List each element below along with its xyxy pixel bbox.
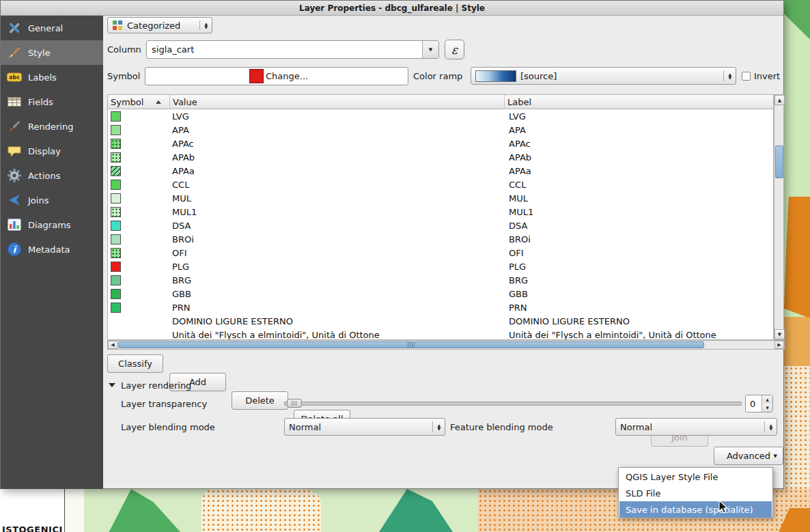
class-value[interactable]: OFI [170, 248, 507, 258]
horizontal-scroll-thumb[interactable] [118, 341, 704, 348]
table-row[interactable]: LVG LVG [108, 109, 773, 123]
transparency-slider-handle[interactable] [287, 399, 302, 408]
class-symbol-swatch[interactable] [111, 289, 121, 299]
menu-item-save-in-database-spatialite[interactable]: Save in database (spatialite) [619, 501, 772, 518]
class-value[interactable]: APAa [170, 166, 507, 176]
transparency-slider-track[interactable] [284, 402, 742, 406]
menu-item-sld-file[interactable]: SLD File [619, 485, 772, 501]
sidebar-item-actions[interactable]: Actions [1, 163, 103, 188]
scroll-left-button[interactable]: ◀ [108, 341, 117, 349]
class-value[interactable]: PLG [170, 262, 507, 272]
class-symbol-swatch[interactable] [111, 152, 121, 163]
class-label[interactable]: MUL [507, 193, 773, 204]
table-row[interactable]: CCL CCL [108, 178, 773, 191]
col-header-value[interactable]: Value [170, 95, 505, 109]
sidebar-item-general[interactable]: General [1, 16, 103, 40]
class-label[interactable]: Unità dei "Flysch a elmintoidi", Unità d… [507, 330, 773, 340]
class-symbol-swatch[interactable] [111, 275, 121, 285]
class-label[interactable]: PLG [507, 262, 773, 272]
class-symbol-swatch[interactable] [111, 221, 121, 231]
class-label[interactable]: PRN [507, 303, 773, 313]
table-row[interactable]: DSA DSA [108, 219, 773, 232]
table-row[interactable]: BROi BROi [108, 232, 773, 246]
table-row[interactable]: APAb APAb [108, 150, 773, 164]
class-label[interactable]: OFI [507, 248, 773, 258]
class-symbol-swatch[interactable] [111, 193, 121, 204]
transparency-spinbox[interactable]: 0 ▲▼ [745, 395, 773, 412]
sidebar-item-joins[interactable]: Joins [1, 188, 103, 212]
class-symbol-swatch[interactable] [111, 125, 121, 135]
col-header-label[interactable]: Label [505, 95, 773, 109]
class-symbol-swatch[interactable] [111, 234, 121, 244]
table-horizontal-scrollbar[interactable]: ◀ ▶ [107, 340, 785, 350]
class-symbol-swatch[interactable] [111, 248, 121, 258]
class-value[interactable]: Unità dei "Flysch a elmintoidi", Unità d… [170, 330, 507, 340]
table-row[interactable]: DOMINIO LIGURE ESTERNO DOMINIO LIGURE ES… [108, 314, 773, 328]
class-symbol-swatch[interactable] [111, 262, 121, 272]
renderer-type-select[interactable]: Categorized ▲▼ [107, 17, 212, 33]
table-row[interactable]: PRN PRN [108, 300, 773, 314]
classify-button[interactable]: Classify [107, 354, 163, 373]
expression-button[interactable]: ε [445, 40, 464, 59]
advanced-button[interactable]: Advanced ▼ [714, 447, 783, 465]
class-value[interactable]: CCL [170, 180, 507, 190]
classes-table-body[interactable]: LVG LVG APA APA APAc APAc [107, 109, 774, 340]
class-value[interactable]: MUL1 [170, 207, 507, 217]
class-symbol-swatch[interactable] [111, 207, 121, 217]
class-label[interactable]: BROi [507, 234, 773, 244]
class-value[interactable]: BRG [170, 275, 507, 285]
class-label[interactable]: CCL [507, 180, 773, 190]
vertical-scroll-thumb[interactable] [775, 145, 783, 178]
table-row[interactable]: MUL MUL [108, 191, 773, 205]
feature-blending-select[interactable]: Normal ▲▼ [615, 418, 777, 436]
table-row[interactable]: GBB GBB [108, 287, 773, 300]
class-value[interactable]: DSA [170, 221, 507, 231]
table-row[interactable]: MUL1 MUL1 [108, 205, 773, 219]
layer-rendering-collapse[interactable]: Layer rendering [109, 379, 191, 391]
color-ramp-select[interactable]: [source] ▲▼ [471, 67, 736, 85]
class-label[interactable]: DOMINIO LIGURE ESTERNO [507, 316, 773, 326]
sidebar-item-labels[interactable]: abc Labels [1, 65, 103, 89]
layer-blending-select[interactable]: Normal ▲▼ [284, 418, 445, 436]
class-symbol-swatch[interactable] [111, 303, 121, 313]
spin-down-button[interactable]: ▼ [762, 404, 772, 412]
class-value[interactable]: LVG [170, 111, 507, 122]
class-label[interactable]: APA [507, 125, 773, 135]
class-value[interactable]: PRN [170, 303, 507, 313]
class-value[interactable]: GBB [170, 289, 507, 299]
sidebar-item-display[interactable]: Display [1, 139, 103, 163]
table-row[interactable]: APAc APAc [108, 137, 773, 150]
class-label[interactable]: GBB [507, 289, 773, 299]
table-row[interactable]: OFI OFI [108, 246, 773, 260]
class-symbol-swatch[interactable] [111, 166, 121, 176]
dialog-titlebar[interactable]: Layer Properties - dbcg_ulfareale | Styl… [1, 1, 783, 16]
invert-checkbox[interactable] [742, 72, 751, 81]
class-label[interactable]: DSA [507, 221, 773, 231]
column-combobox[interactable]: sigla_cart ▼ [146, 40, 439, 59]
class-value[interactable]: DOMINIO LIGURE ESTERNO [170, 316, 507, 326]
col-header-symbol[interactable]: Symbol [108, 95, 170, 109]
class-label[interactable]: LVG [507, 111, 773, 122]
class-value[interactable]: MUL [170, 193, 507, 204]
delete-button[interactable]: Delete [232, 391, 288, 410]
sidebar-item-rendering[interactable]: Rendering [1, 114, 103, 139]
symbol-change-button[interactable]: Change... [145, 67, 408, 85]
table-row[interactable]: APA APA [108, 123, 773, 137]
class-label[interactable]: APAa [507, 166, 773, 176]
spin-up-button[interactable]: ▲ [762, 395, 772, 404]
menu-item-qgis-layer-style-file[interactable]: QGIS Layer Style File [619, 468, 772, 485]
table-row[interactable]: Unità dei "Flysch a elmintoidi", Unità d… [108, 328, 773, 340]
class-symbol-swatch[interactable] [111, 139, 121, 149]
table-row[interactable]: PLG PLG [108, 260, 773, 273]
column-dropdown-button[interactable]: ▼ [422, 41, 438, 58]
class-value[interactable]: APAc [170, 139, 507, 149]
scroll-down-button[interactable]: ▼ [774, 329, 785, 339]
class-label[interactable]: BRG [507, 275, 773, 285]
class-value[interactable]: APA [170, 125, 507, 135]
scroll-up-button[interactable]: ▲ [774, 95, 785, 105]
class-symbol-swatch[interactable] [111, 180, 121, 190]
class-value[interactable]: BROi [170, 234, 507, 244]
sidebar-item-metadata[interactable]: i Metadata [1, 237, 103, 262]
class-label[interactable]: APAb [507, 152, 773, 163]
sidebar-item-fields[interactable]: Fields [1, 89, 103, 114]
